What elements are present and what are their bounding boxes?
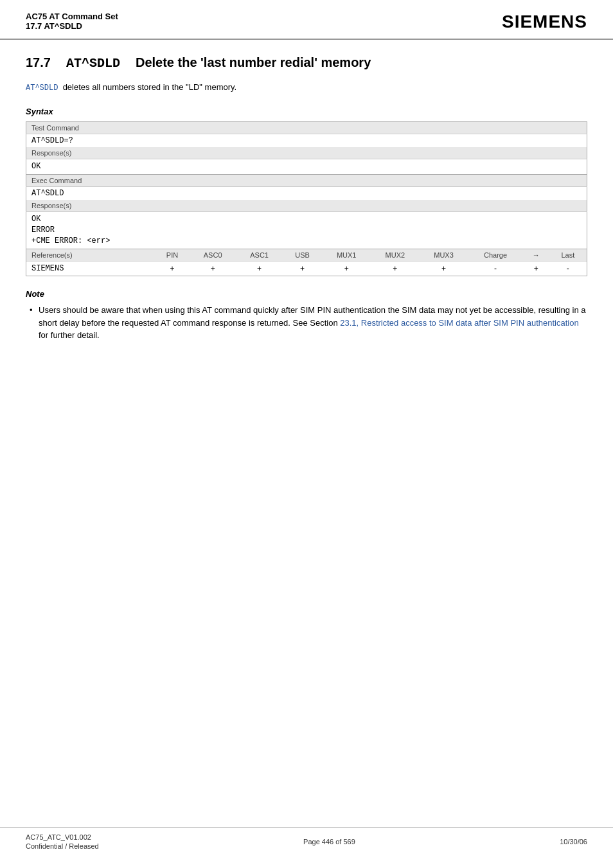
- exec-response-label-row: Response(s): [26, 200, 587, 212]
- footer-page: Page 446 of 569: [303, 838, 355, 846]
- intro-caret: ^: [35, 84, 39, 93]
- syntax-table: Test Command AT^SDLD=? Response(s) OK Ex…: [26, 121, 587, 276]
- note-item-1: Users should be aware that when using th…: [26, 304, 587, 342]
- siemens-logo: SIEMENS: [502, 12, 587, 32]
- ref-name-siemens: SIEMENS: [26, 261, 155, 276]
- ref-col-header-asc1: ASC1: [236, 249, 282, 261]
- exec-response-ok: OK: [31, 214, 582, 225]
- ref-col-header-mux3: MUX3: [420, 249, 468, 261]
- exec-command-code: AT^SDLD: [26, 187, 587, 200]
- note-list: Users should be aware that when using th…: [26, 304, 587, 342]
- section-heading: 17.7 AT^SDLD Delete the 'last number red…: [26, 55, 587, 71]
- ref-mux2: +: [371, 261, 420, 276]
- test-command-code: AT^SDLD=?: [26, 134, 587, 148]
- ref-last: -: [549, 261, 587, 276]
- ref-col-header-charge: Charge: [468, 249, 522, 261]
- intro-paragraph: AT^SDLD deletes all numbers stored in th…: [26, 81, 587, 94]
- page-header: AC75 AT Command Set 17.7 AT^SDLD SIEMENS: [0, 0, 613, 40]
- note-link[interactable]: 23.1, Restricted access to SIM data afte…: [340, 318, 578, 328]
- test-response-label-row: Response(s): [26, 147, 587, 159]
- main-content: 17.7 AT^SDLD Delete the 'last number red…: [0, 40, 613, 359]
- ref-col-header-pin: PIN: [155, 249, 190, 261]
- exec-response-error: ERROR: [31, 225, 582, 236]
- ref-col-header-last: Last: [549, 249, 587, 261]
- section-description: Delete the 'last number redial' memory: [136, 55, 371, 70]
- header-subtitle: 17.7 AT^SDLD: [26, 21, 118, 31]
- footer-doc-id: AC75_ATC_V01.002: [26, 833, 99, 841]
- syntax-heading: Syntax: [26, 107, 587, 116]
- exec-response-code-row: OK ERROR +CME ERROR: <err>: [26, 212, 587, 249]
- ref-arrow-val: +: [523, 261, 549, 276]
- ref-col-header-usb: USB: [283, 249, 323, 261]
- intro-suffix: deletes all numbers stored in the "LD" m…: [63, 82, 237, 92]
- ref-col-header-name: Reference(s): [26, 249, 155, 261]
- section-command: AT^SDLD: [66, 56, 120, 71]
- exec-command-label: Exec Command: [26, 175, 587, 187]
- header-left: AC75 AT Command Set 17.7 AT^SDLD: [26, 12, 118, 31]
- intro-link[interactable]: AT^SDLD: [26, 84, 63, 93]
- ref-col-header-arrow: →: [523, 249, 549, 261]
- test-response-label: Response(s): [26, 147, 587, 159]
- exec-command-code-row: AT^SDLD: [26, 187, 587, 200]
- ref-asc1: +: [236, 261, 282, 276]
- note-text-after: for further detail.: [39, 330, 100, 340]
- ref-mux1: +: [322, 261, 371, 276]
- ref-header-row: Reference(s) PIN ASC0 ASC1 USB MUX1 MUX2…: [26, 249, 587, 261]
- ref-data-row-siemens: SIEMENS + + + + + + + - + -: [26, 261, 587, 276]
- ref-mux3: +: [420, 261, 468, 276]
- ref-usb: +: [283, 261, 323, 276]
- exec-response-code: OK ERROR +CME ERROR: <err>: [26, 212, 587, 249]
- intro-link-text: AT: [26, 84, 35, 93]
- footer-date: 10/30/06: [560, 838, 587, 846]
- test-response-code-row: OK: [26, 159, 587, 175]
- note-heading: Note: [26, 289, 587, 299]
- test-response-code: OK: [26, 159, 587, 175]
- note-link-text: 23.1, Restricted access to SIM data afte…: [340, 318, 578, 328]
- page-footer: AC75_ATC_V01.002 Confidential / Released…: [0, 828, 613, 855]
- test-command-label: Test Command: [26, 122, 587, 134]
- exec-command-label-row: Exec Command: [26, 175, 587, 187]
- ref-charge: -: [468, 261, 522, 276]
- ref-col-header-mux2: MUX2: [371, 249, 420, 261]
- reference-table: Reference(s) PIN ASC0 ASC1 USB MUX1 MUX2…: [26, 249, 587, 276]
- exec-response-cme: +CME ERROR: <err>: [31, 236, 582, 247]
- test-command-label-row: Test Command: [26, 122, 587, 134]
- footer-left: AC75_ATC_V01.002 Confidential / Released: [26, 833, 99, 850]
- ref-col-header-asc0: ASC0: [190, 249, 236, 261]
- ref-row: Reference(s) PIN ASC0 ASC1 USB MUX1 MUX2…: [26, 249, 587, 276]
- page: AC75 AT Command Set 17.7 AT^SDLD SIEMENS…: [0, 0, 613, 868]
- intro-cmd: SDLD: [40, 84, 58, 93]
- header-title: AC75 AT Command Set: [26, 12, 118, 21]
- ref-asc0: +: [190, 261, 236, 276]
- ref-pin: +: [155, 261, 190, 276]
- exec-response-label: Response(s): [26, 200, 587, 212]
- footer-status: Confidential / Released: [26, 842, 99, 850]
- test-command-code-row: AT^SDLD=?: [26, 134, 587, 148]
- ref-col-header-mux1: MUX1: [322, 249, 371, 261]
- section-number: 17.7: [26, 55, 51, 70]
